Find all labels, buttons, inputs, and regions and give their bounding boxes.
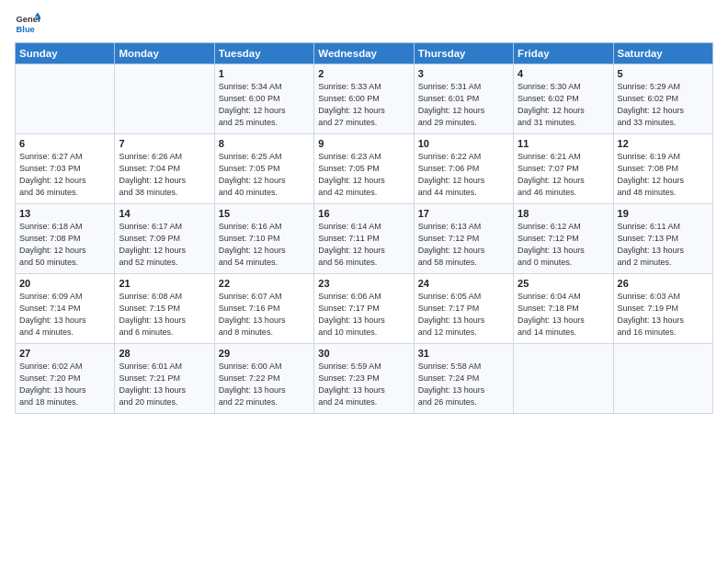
- cell-content: Sunrise: 6:26 AM Sunset: 7:04 PM Dayligh…: [119, 151, 210, 199]
- day-header-friday: Friday: [514, 43, 613, 64]
- cell-content: Sunrise: 5:33 AM Sunset: 6:00 PM Dayligh…: [318, 81, 409, 129]
- cell-content: Sunrise: 6:21 AM Sunset: 7:07 PM Dayligh…: [518, 151, 609, 199]
- day-number: 12: [618, 138, 709, 149]
- calendar-cell: [115, 64, 214, 134]
- day-number: 8: [219, 138, 310, 149]
- cell-content: Sunrise: 6:04 AM Sunset: 7:18 PM Dayligh…: [518, 291, 609, 339]
- day-header-thursday: Thursday: [414, 43, 513, 64]
- day-number: 29: [219, 348, 310, 359]
- cell-content: Sunrise: 5:58 AM Sunset: 7:24 PM Dayligh…: [418, 361, 509, 408]
- cell-content: Sunrise: 6:14 AM Sunset: 7:11 PM Dayligh…: [318, 221, 409, 269]
- cell-content: Sunrise: 5:30 AM Sunset: 6:02 PM Dayligh…: [518, 81, 609, 129]
- cell-content: Sunrise: 6:05 AM Sunset: 7:17 PM Dayligh…: [418, 291, 509, 339]
- cell-content: Sunrise: 6:16 AM Sunset: 7:10 PM Dayligh…: [219, 221, 310, 269]
- day-number: 14: [119, 208, 210, 219]
- week-row-3: 13Sunrise: 6:18 AM Sunset: 7:08 PM Dayli…: [16, 204, 713, 274]
- calendar-cell: 28Sunrise: 6:01 AM Sunset: 7:21 PM Dayli…: [115, 344, 214, 414]
- day-header-wednesday: Wednesday: [314, 43, 414, 64]
- cell-content: Sunrise: 6:00 AM Sunset: 7:22 PM Dayligh…: [219, 361, 310, 408]
- cell-content: Sunrise: 6:07 AM Sunset: 7:16 PM Dayligh…: [219, 291, 310, 339]
- cell-content: Sunrise: 6:22 AM Sunset: 7:06 PM Dayligh…: [418, 151, 509, 199]
- day-number: 11: [518, 138, 609, 149]
- day-header-monday: Monday: [115, 43, 214, 64]
- day-number: 9: [318, 138, 409, 149]
- calendar-table: SundayMondayTuesdayWednesdayThursdayFrid…: [15, 42, 713, 414]
- calendar-cell: 5Sunrise: 5:29 AM Sunset: 6:02 PM Daylig…: [613, 64, 712, 134]
- day-number: 7: [119, 138, 210, 149]
- calendar-cell: [613, 344, 712, 414]
- calendar-cell: 15Sunrise: 6:16 AM Sunset: 7:10 PM Dayli…: [214, 204, 313, 274]
- day-number: 15: [219, 208, 310, 219]
- calendar-cell: 10Sunrise: 6:22 AM Sunset: 7:06 PM Dayli…: [414, 134, 513, 204]
- calendar-cell: 20Sunrise: 6:09 AM Sunset: 7:14 PM Dayli…: [16, 274, 115, 344]
- day-number: 3: [418, 68, 509, 79]
- cell-content: Sunrise: 6:06 AM Sunset: 7:17 PM Dayligh…: [318, 291, 409, 339]
- cell-content: Sunrise: 6:02 AM Sunset: 7:20 PM Dayligh…: [19, 361, 110, 408]
- cell-content: Sunrise: 6:19 AM Sunset: 7:08 PM Dayligh…: [618, 151, 709, 199]
- day-header-saturday: Saturday: [613, 43, 712, 64]
- calendar-cell: 25Sunrise: 6:04 AM Sunset: 7:18 PM Dayli…: [514, 274, 613, 344]
- calendar-cell: 6Sunrise: 6:27 AM Sunset: 7:03 PM Daylig…: [16, 134, 115, 204]
- calendar-cell: 23Sunrise: 6:06 AM Sunset: 7:17 PM Dayli…: [314, 274, 414, 344]
- day-number: 27: [19, 348, 110, 359]
- calendar-cell: 7Sunrise: 6:26 AM Sunset: 7:04 PM Daylig…: [115, 134, 214, 204]
- week-row-5: 27Sunrise: 6:02 AM Sunset: 7:20 PM Dayli…: [16, 344, 713, 414]
- day-number: 6: [19, 138, 110, 149]
- week-row-4: 20Sunrise: 6:09 AM Sunset: 7:14 PM Dayli…: [16, 274, 713, 344]
- cell-content: Sunrise: 5:59 AM Sunset: 7:23 PM Dayligh…: [318, 361, 409, 408]
- calendar-cell: 30Sunrise: 5:59 AM Sunset: 7:23 PM Dayli…: [314, 344, 414, 414]
- day-number: 28: [119, 348, 210, 359]
- calendar-cell: 9Sunrise: 6:23 AM Sunset: 7:05 PM Daylig…: [314, 134, 414, 204]
- cell-content: Sunrise: 5:34 AM Sunset: 6:00 PM Dayligh…: [219, 81, 310, 129]
- calendar-cell: 2Sunrise: 5:33 AM Sunset: 6:00 PM Daylig…: [314, 64, 414, 134]
- calendar-cell: 14Sunrise: 6:17 AM Sunset: 7:09 PM Dayli…: [115, 204, 214, 274]
- day-number: 5: [618, 68, 709, 79]
- calendar-cell: 21Sunrise: 6:08 AM Sunset: 7:15 PM Dayli…: [115, 274, 214, 344]
- calendar-cell: 17Sunrise: 6:13 AM Sunset: 7:12 PM Dayli…: [414, 204, 513, 274]
- calendar-cell: 4Sunrise: 5:30 AM Sunset: 6:02 PM Daylig…: [514, 64, 613, 134]
- cell-content: Sunrise: 6:11 AM Sunset: 7:13 PM Dayligh…: [618, 221, 709, 269]
- day-header-sunday: Sunday: [16, 43, 115, 64]
- day-number: 16: [318, 208, 409, 219]
- cell-content: Sunrise: 6:01 AM Sunset: 7:21 PM Dayligh…: [119, 361, 210, 408]
- svg-text:Blue: Blue: [17, 25, 35, 34]
- day-number: 26: [618, 278, 709, 289]
- day-number: 13: [19, 208, 110, 219]
- day-number: 2: [318, 68, 409, 79]
- cell-content: Sunrise: 6:08 AM Sunset: 7:15 PM Dayligh…: [119, 291, 210, 339]
- cell-content: Sunrise: 6:03 AM Sunset: 7:19 PM Dayligh…: [618, 291, 709, 339]
- day-number: 19: [618, 208, 709, 219]
- calendar-cell: [16, 64, 115, 134]
- day-number: 10: [418, 138, 509, 149]
- day-number: 17: [418, 208, 509, 219]
- calendar-cell: 3Sunrise: 5:31 AM Sunset: 6:01 PM Daylig…: [414, 64, 513, 134]
- week-row-1: 1Sunrise: 5:34 AM Sunset: 6:00 PM Daylig…: [16, 64, 713, 134]
- day-number: 30: [318, 348, 409, 359]
- cell-content: Sunrise: 5:31 AM Sunset: 6:01 PM Dayligh…: [418, 81, 509, 129]
- day-number: 25: [518, 278, 609, 289]
- cell-content: Sunrise: 5:29 AM Sunset: 6:02 PM Dayligh…: [618, 81, 709, 129]
- cell-content: Sunrise: 6:12 AM Sunset: 7:12 PM Dayligh…: [518, 221, 609, 269]
- header-row: SundayMondayTuesdayWednesdayThursdayFrid…: [16, 43, 713, 64]
- logo-icon: General Blue: [15, 11, 40, 37]
- day-number: 20: [19, 278, 110, 289]
- logo: General Blue: [15, 11, 44, 37]
- calendar-cell: 19Sunrise: 6:11 AM Sunset: 7:13 PM Dayli…: [613, 204, 712, 274]
- calendar-cell: 31Sunrise: 5:58 AM Sunset: 7:24 PM Dayli…: [414, 344, 513, 414]
- calendar-cell: 29Sunrise: 6:00 AM Sunset: 7:22 PM Dayli…: [214, 344, 313, 414]
- day-number: 21: [119, 278, 210, 289]
- day-number: 24: [418, 278, 509, 289]
- day-header-tuesday: Tuesday: [214, 43, 313, 64]
- cell-content: Sunrise: 6:23 AM Sunset: 7:05 PM Dayligh…: [318, 151, 409, 199]
- day-number: 31: [418, 348, 509, 359]
- day-number: 23: [318, 278, 409, 289]
- calendar-cell: 12Sunrise: 6:19 AM Sunset: 7:08 PM Dayli…: [613, 134, 712, 204]
- cell-content: Sunrise: 6:25 AM Sunset: 7:05 PM Dayligh…: [219, 151, 310, 199]
- calendar-cell: [514, 344, 613, 414]
- cell-content: Sunrise: 6:18 AM Sunset: 7:08 PM Dayligh…: [19, 221, 110, 269]
- calendar-cell: 26Sunrise: 6:03 AM Sunset: 7:19 PM Dayli…: [613, 274, 712, 344]
- day-number: 4: [518, 68, 609, 79]
- calendar-cell: 11Sunrise: 6:21 AM Sunset: 7:07 PM Dayli…: [514, 134, 613, 204]
- header: General Blue: [15, 11, 713, 37]
- calendar-cell: 1Sunrise: 5:34 AM Sunset: 6:00 PM Daylig…: [214, 64, 313, 134]
